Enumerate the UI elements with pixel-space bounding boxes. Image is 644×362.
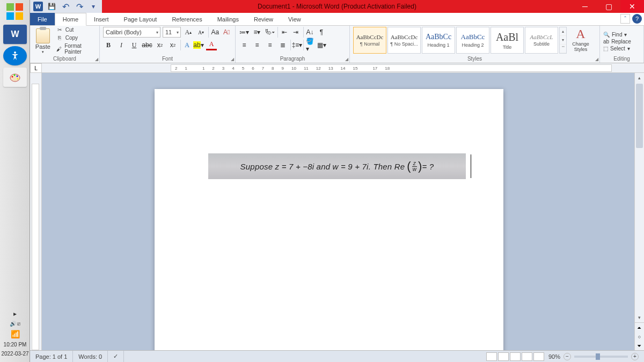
status-proofing-icon[interactable]: ✓ xyxy=(108,351,124,362)
tray-time[interactable]: 10:20 PM xyxy=(0,342,30,348)
vertical-ruler[interactable] xyxy=(30,73,42,350)
paragraph-launcher-icon[interactable]: ◢ xyxy=(345,57,348,62)
cut-button[interactable]: ✂Cut xyxy=(56,27,96,33)
line-spacing-button[interactable]: ‡≡▾ xyxy=(290,40,301,50)
justify-button[interactable]: ≣ xyxy=(277,40,288,50)
horizontal-ruler[interactable]: 211234567891011121314151718 xyxy=(42,63,644,73)
style-heading1[interactable]: AaBbCcHeading 1 xyxy=(422,27,455,54)
browse-select-icon[interactable]: ○ xyxy=(635,332,644,341)
superscript-button[interactable]: x2 xyxy=(167,40,178,50)
tab-page-layout[interactable]: Page Layout xyxy=(116,13,165,25)
shrink-font-button[interactable]: A▾ xyxy=(196,27,207,38)
text-effects-button[interactable]: A xyxy=(180,40,191,50)
app-icon[interactable]: W xyxy=(33,2,43,11)
status-page[interactable]: Page: 1 of 1 xyxy=(30,351,73,362)
sort-button[interactable]: A↓ xyxy=(303,27,314,38)
outline-view-icon[interactable] xyxy=(522,352,532,361)
subscript-button[interactable]: x2 xyxy=(155,40,165,50)
bullets-button[interactable]: ≔▾ xyxy=(239,27,250,38)
styles-scrollbar[interactable]: ▴▾⎺ xyxy=(559,27,567,54)
clipboard-launcher-icon[interactable]: ◢ xyxy=(95,57,98,62)
find-button[interactable]: 🔍Find ▾ xyxy=(603,32,640,38)
change-styles-button[interactable]: AChange Styles xyxy=(568,27,594,52)
select-button[interactable]: ⬚Select ▾ xyxy=(603,46,640,51)
shading-button[interactable]: 🪣▾ xyxy=(303,40,314,50)
font-size-combo[interactable]: 11 xyxy=(163,27,181,38)
vertical-scrollbar[interactable]: ▴ ▾ ⏶ ○ ⏷ xyxy=(634,73,644,350)
document-page[interactable]: Suppose z = 7 + −8i and w = 9 + 7i. Then… xyxy=(155,89,503,350)
highlight-button[interactable]: ab▾ xyxy=(193,40,204,50)
maximize-button[interactable]: ▢ xyxy=(597,0,620,13)
draft-view-icon[interactable] xyxy=(533,352,544,361)
scroll-up-icon[interactable]: ▴ xyxy=(635,73,644,83)
show-marks-button[interactable]: ¶ xyxy=(316,27,327,38)
tab-mailings[interactable]: Mailings xyxy=(210,13,246,25)
redo-icon[interactable]: ↷ xyxy=(74,2,85,11)
tab-review[interactable]: Review xyxy=(246,13,281,25)
tab-view[interactable]: View xyxy=(281,13,309,25)
style-title[interactable]: AaBlTitle xyxy=(491,27,524,54)
align-right-button[interactable]: ≡ xyxy=(265,40,275,50)
minimize-button[interactable]: ─ xyxy=(573,0,597,13)
clear-formatting-button[interactable]: Aͯ xyxy=(221,27,232,38)
qat-dropdown-icon[interactable]: ▾ xyxy=(88,2,99,11)
fullscreen-view-icon[interactable] xyxy=(498,352,509,361)
strikethrough-button[interactable]: abc xyxy=(142,40,152,50)
tab-insert[interactable]: Insert xyxy=(86,13,116,25)
prev-page-icon[interactable]: ⏶ xyxy=(635,323,644,332)
zoom-out-button[interactable]: − xyxy=(564,353,571,360)
font-color-button[interactable]: A xyxy=(206,40,217,50)
tray-date[interactable]: 2022-03-27 xyxy=(0,351,30,357)
style-heading2[interactable]: AaBbCcHeading 2 xyxy=(456,27,489,54)
style-subtitle[interactable]: AaBbCcLSubtitle xyxy=(525,27,558,54)
bold-button[interactable]: B xyxy=(103,40,114,50)
close-button[interactable]: ✕ xyxy=(620,0,644,13)
taskbar-word-icon[interactable]: W xyxy=(3,25,27,44)
math-image[interactable]: Suppose z = 7 + −8i and w = 9 + 7i. Then… xyxy=(208,153,466,179)
zoom-level[interactable]: 90% xyxy=(548,353,560,360)
align-center-button[interactable]: ≡ xyxy=(252,40,262,50)
increase-indent-button[interactable]: ⇥ xyxy=(290,27,301,38)
paste-button[interactable]: Paste ▾ xyxy=(33,27,53,56)
font-launcher-icon[interactable]: ◢ xyxy=(231,57,234,62)
multilevel-button[interactable]: ⮱▾ xyxy=(265,27,275,38)
tray-overflow-icon[interactable]: ▸ xyxy=(0,310,30,317)
undo-icon[interactable]: ↶ xyxy=(60,2,71,11)
start-button[interactable] xyxy=(2,1,28,23)
zoom-slider[interactable] xyxy=(574,356,628,358)
tab-home[interactable]: Home xyxy=(55,13,86,26)
save-icon[interactable]: 💾 xyxy=(46,2,57,11)
borders-button[interactable]: ▦▾ xyxy=(316,40,327,50)
volume-icon[interactable]: 🔊 ⎚ xyxy=(0,321,30,327)
zoom-in-button[interactable]: + xyxy=(631,353,639,360)
print-layout-view-icon[interactable] xyxy=(486,352,497,361)
scroll-down-icon[interactable]: ▾ xyxy=(635,313,644,322)
tab-references[interactable]: References xyxy=(164,13,209,25)
style-no-spacing[interactable]: AaBbCcDc¶ No Spaci... xyxy=(387,27,421,54)
underline-button[interactable]: U xyxy=(129,40,140,50)
styles-launcher-icon[interactable]: ◢ xyxy=(595,57,598,62)
status-words[interactable]: Words: 0 xyxy=(73,351,108,362)
numbering-button[interactable]: ≡▾ xyxy=(252,27,262,38)
taskbar-accessibility-icon[interactable] xyxy=(3,46,27,65)
page-viewport[interactable]: Suppose z = 7 + −8i and w = 9 + 7i. Then… xyxy=(42,73,644,350)
network-icon[interactable]: 📶 xyxy=(0,330,30,338)
align-left-button[interactable]: ≡ xyxy=(239,40,250,50)
italic-button[interactable]: I xyxy=(116,40,127,50)
replace-button[interactable]: abReplace xyxy=(603,39,640,45)
help-icon[interactable]: ? xyxy=(632,14,642,24)
tab-selector[interactable]: L xyxy=(30,63,42,73)
font-name-combo[interactable]: Calibri (Body) xyxy=(103,27,160,38)
scroll-thumb[interactable] xyxy=(636,84,643,148)
style-normal[interactable]: AaBbCcDc¶ Normal xyxy=(353,27,386,54)
taskbar-paint-icon[interactable] xyxy=(3,68,27,87)
minimize-ribbon-icon[interactable]: ˆ xyxy=(620,14,630,24)
change-case-button[interactable]: Aa xyxy=(208,27,219,38)
copy-button[interactable]: ⎘Copy xyxy=(56,35,96,41)
next-page-icon[interactable]: ⏷ xyxy=(635,341,644,350)
tab-file[interactable]: File xyxy=(30,13,55,25)
decrease-indent-button[interactable]: ⇤ xyxy=(277,27,288,38)
web-view-icon[interactable] xyxy=(510,352,521,361)
format-painter-button[interactable]: 🖌Format Painter xyxy=(56,43,96,55)
grow-font-button[interactable]: A▴ xyxy=(183,27,194,38)
